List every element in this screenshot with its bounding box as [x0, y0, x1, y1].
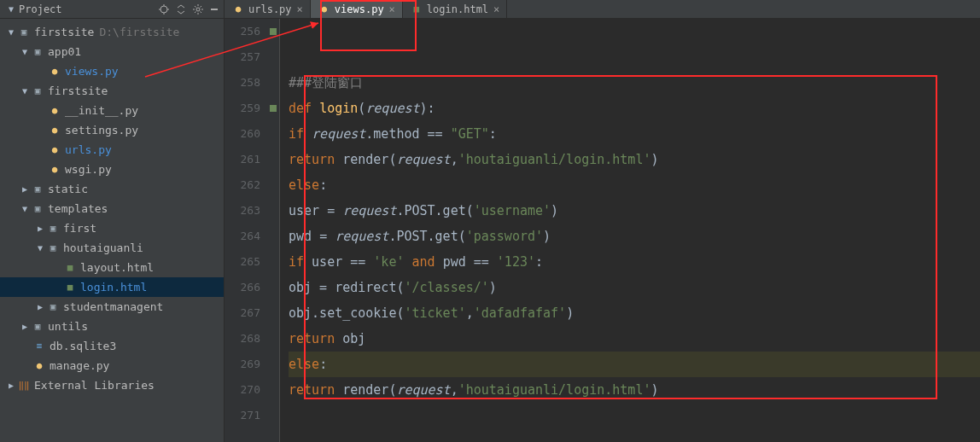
tree-untils[interactable]: ▶▣untils [0, 317, 224, 336]
tree-external-libraries[interactable]: ▶‖‖External Libraries [0, 375, 224, 395]
tab-urls[interactable]: ●urls.py× [225, 0, 311, 18]
python-file-icon: ● [48, 65, 61, 79]
python-file-icon: ● [318, 3, 331, 16]
project-sidebar: ▼ Project ▼▣ firstsite D:\firstsite ▼▣ap… [0, 0, 225, 442]
html-file-icon: ■ [410, 3, 423, 16]
vcs-mark-icon [270, 105, 277, 112]
tree-urls-py[interactable]: ●urls.py [0, 140, 224, 160]
editor-tabs: ●urls.py× ●views.py× ■login.html× [225, 0, 980, 19]
html-file-icon: ■ [63, 261, 77, 275]
python-file-icon: ● [48, 124, 61, 137]
svg-point-0 [160, 6, 167, 13]
tree-settings-py[interactable]: ●settings.py [0, 120, 224, 140]
folder-icon: ▣ [31, 45, 44, 59]
tree-houtaiguanli[interactable]: ▼▣houtaiguanli [0, 238, 224, 258]
vcs-mark-icon [270, 28, 277, 35]
folder-icon: ▣ [31, 84, 44, 98]
tree-manage-py[interactable]: ●manage.py [0, 356, 224, 375]
tree-wsgi-py[interactable]: ●wsgi.py [0, 160, 224, 179]
folder-icon: ▣ [46, 241, 60, 255]
tree-views-py[interactable]: ●views.py [0, 61, 224, 81]
folder-icon: ▣ [17, 26, 31, 39]
tree-templates[interactable]: ▼▣templates [0, 199, 224, 218]
tree-app01[interactable]: ▼▣app01 [0, 42, 224, 61]
collapse-all-icon[interactable] [176, 4, 186, 15]
tree-firstsite[interactable]: ▼▣firstsite [0, 81, 224, 101]
close-icon[interactable]: × [297, 3, 303, 15]
folder-icon: ▣ [31, 183, 44, 196]
folder-icon: ▣ [31, 320, 44, 334]
tree-static[interactable]: ▶▣static [0, 179, 224, 199]
editor-area: ●urls.py× ●views.py× ■login.html× 256 25… [225, 0, 980, 442]
hide-icon[interactable] [210, 5, 219, 14]
python-file-icon: ● [231, 3, 245, 16]
tree-first[interactable]: ▶▣first [0, 218, 224, 238]
tree-studentmanagent[interactable]: ▶▣studentmanagent [0, 297, 224, 317]
project-panel-title: Project [19, 3, 62, 15]
tree-login-html[interactable]: ■login.html [0, 277, 224, 297]
python-file-icon: ● [48, 104, 61, 118]
folder-icon: ▣ [46, 300, 60, 314]
python-file-icon: ● [32, 359, 46, 373]
line-number-gutter[interactable]: 256 257 258 259 260 261 262 263 264 265 … [225, 19, 267, 442]
tab-login-html[interactable]: ■login.html× [403, 0, 507, 18]
tree-layout-html[interactable]: ■layout.html [0, 258, 224, 277]
python-file-icon: ● [48, 163, 61, 177]
html-file-icon: ■ [63, 281, 77, 294]
python-file-icon: ● [48, 143, 61, 157]
folder-icon: ▣ [46, 222, 60, 236]
database-icon: ≡ [32, 340, 46, 353]
tab-views[interactable]: ●views.py× [311, 0, 403, 18]
sidebar-header: ▼ Project [0, 0, 224, 19]
svg-point-5 [196, 8, 200, 11]
code-editor[interactable]: ###登陆窗口 def login(request): if request.m… [280, 19, 980, 442]
tree-root[interactable]: ▼▣ firstsite D:\firstsite [0, 22, 224, 42]
locate-icon[interactable] [159, 4, 169, 15]
libraries-icon: ‖‖ [17, 379, 31, 393]
project-chevron[interactable]: ▼ [5, 4, 17, 14]
tree-db[interactable]: ≡db.sqlite3 [0, 336, 224, 356]
close-icon[interactable]: × [493, 3, 499, 15]
close-icon[interactable]: × [389, 3, 395, 15]
project-tree: ▼▣ firstsite D:\firstsite ▼▣app01 ●views… [0, 19, 224, 398]
gear-icon[interactable] [193, 4, 203, 15]
svg-rect-6 [211, 9, 218, 10]
marker-gutter[interactable] [267, 19, 280, 442]
folder-icon: ▣ [31, 202, 44, 216]
tree-init-py[interactable]: ●__init__.py [0, 101, 224, 120]
